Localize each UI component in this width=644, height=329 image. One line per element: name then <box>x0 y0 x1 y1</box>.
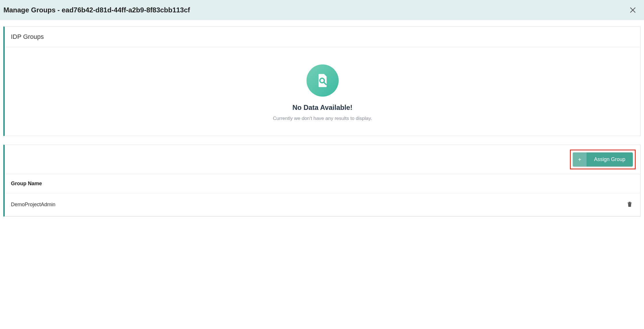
delete-group-button[interactable] <box>625 200 634 210</box>
idp-empty-state: No Data Available! Currently we don't ha… <box>5 47 640 136</box>
plus-icon: + <box>573 152 587 167</box>
group-table-header: Group Name <box>5 174 640 193</box>
assign-group-label: Assign Group <box>587 152 633 167</box>
group-name-column-header: Group Name <box>11 181 42 186</box>
idp-groups-card: IDP Groups No Data Available! Currently … <box>3 26 641 136</box>
idp-groups-title-row: IDP Groups <box>5 27 640 47</box>
close-button[interactable] <box>628 5 638 15</box>
empty-heading: No Data Available! <box>10 104 635 112</box>
idp-groups-title: IDP Groups <box>11 33 634 41</box>
dialog-title: Manage Groups - ead76b42-d81d-44ff-a2b9-… <box>3 6 190 14</box>
trash-icon <box>626 201 633 208</box>
close-icon <box>629 6 637 14</box>
assigned-groups-card: + Assign Group Group Name DemoProjectAdm… <box>3 145 641 217</box>
empty-state-icon <box>306 64 339 97</box>
group-name-cell: DemoProjectAdmin <box>11 202 55 208</box>
assign-group-action-row: + Assign Group <box>5 145 640 174</box>
empty-subtext: Currently we don't have any results to d… <box>10 116 635 121</box>
assign-group-highlight: + Assign Group <box>570 150 636 169</box>
dialog-header: Manage Groups - ead76b42-d81d-44ff-a2b9-… <box>0 0 644 20</box>
assign-group-button[interactable]: + Assign Group <box>573 152 633 167</box>
table-row: DemoProjectAdmin <box>5 193 640 216</box>
document-search-icon <box>315 72 331 89</box>
